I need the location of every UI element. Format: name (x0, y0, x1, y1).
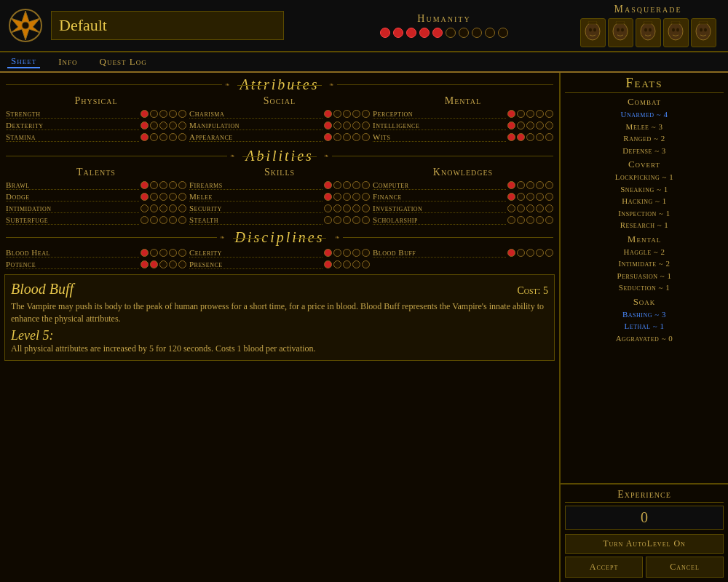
cancel-button[interactable]: Cancel (646, 557, 724, 578)
stat-dot[interactable] (517, 121, 525, 129)
disc-stat-dot[interactable] (169, 260, 177, 268)
stat-dot[interactable] (517, 133, 525, 141)
stat-dot[interactable] (324, 216, 332, 224)
stat-dot[interactable] (333, 193, 341, 201)
stat-dot[interactable] (150, 181, 158, 189)
stat-row[interactable]: Wits (373, 132, 553, 142)
stat-dot[interactable] (507, 181, 515, 189)
stat-dot[interactable] (343, 216, 351, 224)
stat-dot[interactable] (526, 110, 534, 118)
stat-dot[interactable] (352, 110, 360, 118)
disc-stat-dot[interactable] (324, 260, 332, 268)
stat-dot[interactable] (362, 204, 370, 212)
disc-stat-row[interactable]: Blood Buff (373, 248, 553, 258)
stat-row[interactable]: Subterfuge (6, 215, 186, 225)
stat-dot[interactable] (352, 121, 360, 129)
stat-dot[interactable] (150, 121, 158, 129)
stat-dot[interactable] (545, 204, 553, 212)
stat-row[interactable]: Perception (373, 109, 553, 119)
stat-dot[interactable] (169, 110, 177, 118)
stat-dot[interactable] (536, 121, 544, 129)
stat-dot[interactable] (150, 204, 158, 212)
disc-stat-dot[interactable] (517, 249, 525, 257)
stat-dot[interactable] (526, 121, 534, 129)
stat-row[interactable]: Melee (189, 192, 370, 202)
stat-dot[interactable] (536, 193, 544, 201)
stat-dot[interactable] (517, 216, 525, 224)
stat-dot[interactable] (536, 204, 544, 212)
stat-dot[interactable] (159, 110, 167, 118)
stat-dot[interactable] (526, 133, 534, 141)
stat-dot[interactable] (362, 133, 370, 141)
stat-dot[interactable] (507, 121, 515, 129)
stat-row[interactable]: Finance (373, 192, 553, 202)
stat-dot[interactable] (545, 110, 553, 118)
disc-stat-dot[interactable] (159, 260, 167, 268)
stat-dot[interactable] (526, 204, 534, 212)
stat-row[interactable]: Stealth (189, 215, 370, 225)
stat-dot[interactable] (517, 181, 525, 189)
stat-dot[interactable] (517, 110, 525, 118)
disc-stat-dot[interactable] (150, 249, 158, 257)
autolevel-button[interactable]: Turn AutoLevel On (565, 534, 724, 554)
stat-row[interactable]: Strength (6, 109, 186, 119)
stat-dot[interactable] (343, 204, 351, 212)
disc-stat-dot[interactable] (545, 249, 553, 257)
stat-dot[interactable] (352, 204, 360, 212)
stat-row[interactable]: Security (189, 204, 370, 213)
stat-dot[interactable] (526, 216, 534, 224)
stat-dot[interactable] (352, 193, 360, 201)
disc-stat-dot[interactable] (362, 249, 370, 257)
stat-dot[interactable] (545, 193, 553, 201)
stat-dot[interactable] (517, 204, 525, 212)
stat-dot[interactable] (159, 181, 167, 189)
stat-dot[interactable] (141, 181, 149, 189)
stat-dot[interactable] (141, 204, 149, 212)
stat-dot[interactable] (169, 204, 177, 212)
stat-dot[interactable] (333, 133, 341, 141)
stat-dot[interactable] (545, 121, 553, 129)
stat-dot[interactable] (159, 204, 167, 212)
stat-dot[interactable] (178, 133, 186, 141)
stat-dot[interactable] (507, 193, 515, 201)
stat-row[interactable]: Stamina (6, 132, 186, 142)
stat-dot[interactable] (324, 204, 332, 212)
stat-dot[interactable] (141, 121, 149, 129)
stat-row[interactable]: Appearance (189, 132, 370, 142)
stat-dot[interactable] (141, 133, 149, 141)
disc-stat-dot[interactable] (150, 260, 158, 268)
stat-dot[interactable] (333, 216, 341, 224)
stat-dot[interactable] (343, 181, 351, 189)
disc-stat-dot[interactable] (362, 260, 370, 268)
stat-dot[interactable] (178, 216, 186, 224)
stat-dot[interactable] (526, 193, 534, 201)
nav-quest-log[interactable]: Quest Log (96, 56, 151, 68)
stat-row[interactable]: Scholarship (373, 215, 553, 225)
stat-dot[interactable] (333, 204, 341, 212)
stat-dot[interactable] (141, 193, 149, 201)
stat-row[interactable]: Firearms (189, 180, 370, 190)
disc-stat-dot[interactable] (333, 260, 341, 268)
disc-stat-dot[interactable] (333, 249, 341, 257)
stat-dot[interactable] (141, 110, 149, 118)
stat-dot[interactable] (545, 216, 553, 224)
stat-row[interactable]: Investigation (373, 204, 553, 213)
stat-dot[interactable] (169, 121, 177, 129)
stat-dot[interactable] (333, 121, 341, 129)
stat-row[interactable]: Manipulation (189, 121, 370, 130)
disc-stat-dot[interactable] (536, 249, 544, 257)
disc-stat-row[interactable]: Presence (189, 260, 370, 269)
stat-dot[interactable] (362, 181, 370, 189)
disc-stat-dot[interactable] (159, 249, 167, 257)
stat-dot[interactable] (352, 181, 360, 189)
stat-dot[interactable] (507, 204, 515, 212)
stat-dot[interactable] (333, 110, 341, 118)
stat-dot[interactable] (545, 181, 553, 189)
stat-dot[interactable] (169, 181, 177, 189)
stat-dot[interactable] (343, 133, 351, 141)
stat-dot[interactable] (178, 193, 186, 201)
stat-dot[interactable] (507, 110, 515, 118)
stat-dot[interactable] (169, 193, 177, 201)
disc-stat-dot[interactable] (178, 249, 186, 257)
stat-dot[interactable] (352, 133, 360, 141)
